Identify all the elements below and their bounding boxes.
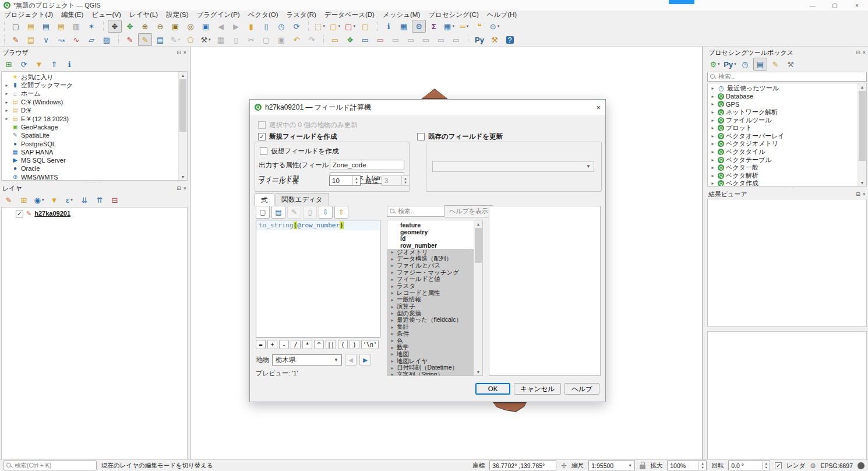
filter-browser-button[interactable]: ▼ — [32, 58, 46, 71]
toolbox-float-icon[interactable]: ⊡ — [856, 50, 860, 55]
zoom-out-button[interactable]: ⊖ — [153, 20, 167, 33]
toolbox-item-gps[interactable]: ▸ Q GPS — [708, 100, 866, 108]
help-button[interactable]: ヘルプ — [564, 383, 599, 395]
attribute-table-button[interactable]: ▦▾ — [442, 20, 456, 33]
crs-status[interactable]: EPSG:6697 — [821, 462, 853, 469]
cut-features-button[interactable]: ✂ — [244, 33, 258, 46]
magnifier-spinner[interactable]: 100% ▲▼ — [667, 461, 707, 470]
browser-item-drive-e[interactable]: ▸ ▤ E:¥ (12 18 2023) — [2, 114, 187, 122]
toolbox-item-file-tools[interactable]: ▸ Q ファイルツール — [708, 116, 866, 124]
save-expression-button[interactable]: ▤ — [271, 206, 285, 219]
new-project-button[interactable]: ▢ — [9, 20, 23, 33]
function-list-value[interactable]: geometry — [387, 229, 482, 235]
browser-item-oracle[interactable]: ● Oracle — [2, 164, 187, 173]
function-list-value[interactable]: id — [387, 235, 482, 242]
operator-button[interactable]: '\n' — [361, 340, 379, 349]
zoom-in-button[interactable]: ⊕ — [138, 20, 152, 33]
help-contents-button[interactable]: ? — [503, 33, 517, 46]
cancel-button[interactable]: キャンセル — [514, 383, 561, 395]
function-list-group[interactable]: ▸文字列（String） — [387, 371, 482, 376]
deselect-all-button[interactable]: ▢▾ — [343, 20, 357, 33]
menu-item[interactable]: ビュー(V) — [87, 10, 125, 19]
browser-close-icon[interactable]: × — [184, 50, 186, 55]
menu-item[interactable]: ベクタ(O) — [244, 10, 283, 19]
layer-labeling-button[interactable]: ▭ — [328, 33, 342, 46]
collapse-all-layers-button[interactable]: ⇈ — [93, 194, 107, 206]
operator-button[interactable]: ) — [350, 340, 359, 349]
stream-digitizing-button[interactable]: ∿ — [69, 33, 83, 46]
paste-features-button[interactable]: ▣ — [274, 33, 288, 46]
toggle-editing-button[interactable]: ✎ — [138, 33, 152, 46]
show-statistical-summary-button[interactable]: Σ — [427, 20, 441, 33]
toolbox-scripts-button[interactable]: Py▾ — [723, 58, 737, 71]
browser-item-sap-hana[interactable]: ▦ SAP HANA — [2, 148, 187, 156]
save-project-button[interactable]: ▤ — [39, 20, 53, 33]
virtual-field-checkbox[interactable] — [260, 147, 267, 155]
menu-item[interactable]: メッシュ(M) — [379, 10, 424, 19]
refresh-browser-button[interactable]: ⟳ — [17, 58, 31, 71]
create-new-field-checkbox[interactable] — [258, 133, 266, 140]
menu-item[interactable]: ラスタ(R) — [283, 10, 320, 19]
map-tips-button[interactable]: ❝ — [472, 20, 486, 33]
collapse-all-button[interactable]: ⇑ — [47, 58, 61, 71]
toggle-unplaced-labels-button[interactable]: ▭ — [373, 33, 387, 46]
browser-item-drive-d[interactable]: ▸ ▤ D:¥ — [2, 106, 187, 114]
python-console-button[interactable]: Py — [472, 33, 486, 46]
dialog-close-icon[interactable]: × — [596, 103, 601, 112]
modify-attributes-button[interactable]: ▦ — [214, 33, 228, 46]
menu-item[interactable]: 設定(S) — [162, 10, 192, 19]
browser-item-ms-sql-server[interactable]: ▶ MS SQL Server — [2, 156, 187, 164]
results-close-icon[interactable]: × — [863, 191, 866, 197]
toolbox-item-recent[interactable]: ▸ ◷ 最近使ったツール — [708, 85, 866, 93]
operator-button[interactable]: ( — [338, 340, 348, 349]
results-float-icon[interactable]: ⊡ — [856, 191, 860, 197]
select-by-expression-button[interactable]: ▢ — [358, 20, 372, 33]
render-checkbox[interactable] — [775, 462, 782, 469]
pan-to-selection-button[interactable]: ✥ — [123, 20, 137, 33]
menu-item[interactable]: ヘルプ(H) — [483, 10, 521, 19]
refresh-map-button[interactable]: ⟳ — [290, 20, 304, 33]
select-features-button[interactable]: ⬚▾ — [313, 20, 327, 33]
style-manager-button[interactable]: ✶ — [84, 20, 98, 33]
toolbox-search-input[interactable]: 検索.. — [707, 72, 867, 82]
layers-float-icon[interactable]: ⊡ — [177, 185, 181, 191]
menu-item[interactable]: 編集(E) — [57, 10, 87, 19]
save-layer-edits-button[interactable]: ▤ — [153, 33, 167, 46]
browser-item-geopackage[interactable]: ▣ GeoPackage — [2, 123, 187, 131]
operator-button[interactable]: - — [279, 340, 289, 349]
delete-selected-button[interactable]: ▯ — [229, 33, 243, 46]
coordinate-input[interactable]: 36.7702° ,139.765° — [489, 461, 556, 470]
operator-button[interactable]: || — [326, 340, 336, 349]
locator-search-input[interactable]: 検索(Ctrl + K) — [3, 461, 97, 470]
layer-diagram-button[interactable]: ❖ — [343, 33, 357, 46]
messages-button[interactable] — [858, 462, 865, 469]
show-help-button[interactable]: ヘルプを表示 — [444, 205, 493, 217]
menu-item[interactable]: レイヤ(L) — [125, 10, 162, 19]
toolbox-models-button[interactable]: ⚙▾ — [708, 58, 722, 71]
update-existing-field-checkbox[interactable] — [417, 133, 425, 140]
browser-item-wms-wmts[interactable]: ⊕ WMS/WMTS — [2, 173, 187, 181]
spinner-arrows-icon[interactable]: ▲▼ — [352, 176, 360, 185]
layer-visibility-checkbox[interactable] — [16, 210, 23, 217]
operator-button[interactable]: / — [291, 340, 301, 349]
browser-item-favorites[interactable]: ★ お気に入り — [2, 73, 187, 81]
highlight-pinned-labels-button[interactable]: ▭ — [358, 33, 372, 46]
save-project-as-button[interactable]: ▤ — [54, 20, 68, 33]
open-project-button[interactable]: ▤ — [24, 20, 38, 33]
previous-feature-button[interactable]: ◀ — [345, 354, 357, 365]
tab-function-editor[interactable]: 関数エディタ — [276, 193, 329, 206]
toolbox-item-vector-tiles[interactable]: ▸ Q ベクタタイル — [708, 148, 866, 156]
show-hide-labels-button[interactable]: ▭ — [404, 33, 418, 46]
filter-by-expression-button[interactable]: ε▾ — [62, 194, 76, 206]
current-edits-button[interactable]: ✎ — [9, 33, 23, 46]
select-by-value-button[interactable]: ▢▾ — [328, 20, 342, 33]
rotate-label-button[interactable]: ▭ — [434, 33, 448, 46]
spinner-arrows-icon[interactable]: ▲▼ — [762, 461, 770, 470]
temporal-controller-button[interactable]: ◷ — [274, 20, 288, 33]
toolbox-history-button[interactable]: ◷ — [738, 58, 752, 71]
delete-expression-button[interactable]: ▯ — [303, 206, 317, 219]
change-label-button[interactable]: ▭ — [449, 33, 463, 46]
processing-toolbox-button[interactable]: ⚙ — [412, 20, 426, 33]
maximize-button[interactable]: ▢ — [824, 0, 846, 10]
zoom-last-button[interactable]: ◀ — [214, 20, 228, 33]
